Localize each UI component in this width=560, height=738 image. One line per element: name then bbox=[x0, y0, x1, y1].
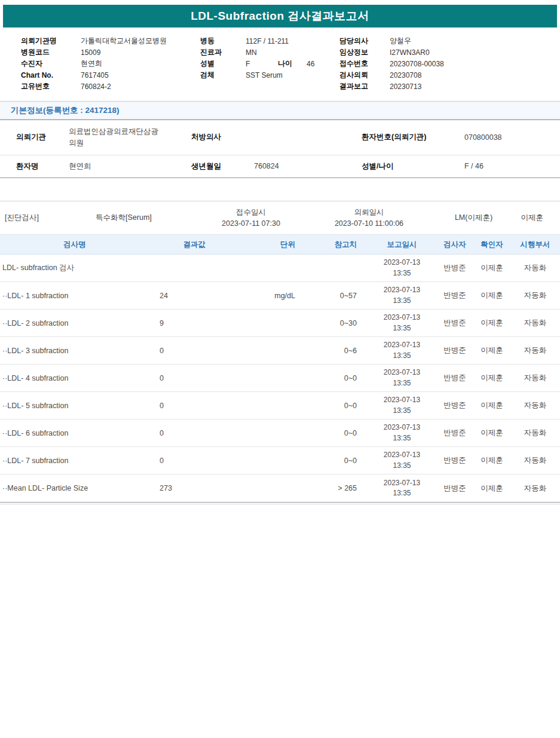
confirmer: 이제훈 bbox=[473, 392, 510, 419]
col-header-unit: 단위 bbox=[239, 235, 311, 255]
examinee-value: 현연희 bbox=[81, 59, 102, 69]
report-date: 2023-07-13 bbox=[368, 395, 436, 405]
age-value: 46 bbox=[307, 60, 314, 68]
clinical-info-value: I27WN3AR0 bbox=[390, 48, 430, 57]
examinee-label: 수진자 bbox=[21, 59, 81, 69]
result-report-date-label: 결과보고 bbox=[339, 81, 390, 91]
result-value: 0 bbox=[149, 392, 239, 419]
col-header-reference: 참고치 bbox=[311, 235, 368, 255]
patient-header: 의뢰기관명 가톨릭대학교서울성모병원 병원코드 15009 수진자 현연희 Ch… bbox=[0, 27, 560, 96]
field-row: 검체 SST Serum bbox=[200, 69, 339, 81]
reference-range: 0~0 bbox=[311, 447, 368, 474]
reference-range bbox=[311, 255, 368, 282]
sex-age-value: F / 46 bbox=[448, 155, 560, 177]
request-datetime-value: 2023-07-10 11:00:06 bbox=[308, 218, 430, 229]
result-row: ··LDL- 6 subfraction 0 0~0 2023-07-1313:… bbox=[0, 419, 560, 447]
field-row: 병동 112F / 11-211 bbox=[200, 35, 339, 47]
requesting-org-value: 가톨릭대학교서울성모병원 bbox=[81, 36, 167, 46]
results-table-header: 검사명 결과값 단위 참고치 보고일시 검사자 확인자 시행부서 bbox=[0, 235, 560, 255]
receipt-datetime-value: 2023-07-11 07:30 bbox=[194, 218, 308, 229]
patient-header-right-column: 담당의사 양철우 임상정보 I27WN3AR0 접수번호 20230708-00… bbox=[339, 35, 560, 92]
report-time: 13:35 bbox=[368, 268, 436, 278]
department-value: MN bbox=[246, 48, 257, 57]
report-date: 2023-07-13 bbox=[368, 285, 436, 295]
reference-range: > 265 bbox=[311, 474, 368, 502]
tester: 반병준 bbox=[436, 365, 473, 392]
patient-no-label: 환자번호(의뢰기관) bbox=[345, 120, 448, 155]
patient-header-left-column: 의뢰기관명 가톨릭대학교서울성모병원 병원코드 15009 수진자 현연희 Ch… bbox=[21, 35, 200, 92]
basic-info-section-header: 기본정보(등록번호 : 2417218) bbox=[0, 101, 560, 120]
lab-doctor: LM(이제훈) bbox=[430, 213, 517, 223]
result-row: ··LDL- 2 subfraction 9 0~30 2023-07-1313… bbox=[0, 310, 560, 337]
result-value: 24 bbox=[149, 282, 239, 310]
tester: 반병준 bbox=[436, 337, 473, 365]
exam-specimen-type: 특수화학[Serum] bbox=[96, 213, 194, 223]
result-row: ··LDL- 4 subfraction 0 0~0 2023-07-1313:… bbox=[0, 365, 560, 392]
patient-name-value: 현연희 bbox=[53, 155, 175, 177]
test-name: ··LDL- 4 subfraction bbox=[0, 365, 149, 392]
report-time: 13:35 bbox=[368, 351, 436, 361]
department: 자동화 bbox=[510, 337, 560, 365]
report-datetime: 2023-07-1313:35 bbox=[368, 310, 436, 337]
result-row: ··LDL- 1 subfraction 24 mg/dL 0~57 2023-… bbox=[0, 282, 560, 310]
col-header-report-datetime: 보고일시 bbox=[368, 235, 436, 255]
tester: 반병준 bbox=[436, 255, 473, 282]
patient-no-value: 070800038 bbox=[448, 120, 560, 155]
result-value: 0 bbox=[149, 447, 239, 474]
report-title-bar: LDL-Subfraction 검사결과보고서 bbox=[3, 5, 557, 27]
field-row: 의뢰기관명 가톨릭대학교서울성모병원 bbox=[21, 35, 200, 47]
reference-range: 0~57 bbox=[311, 282, 368, 310]
result-value: 9 bbox=[149, 310, 239, 337]
department: 자동화 bbox=[510, 310, 560, 337]
tester: 반병준 bbox=[436, 392, 473, 419]
test-name: ··LDL- 7 subfraction bbox=[0, 447, 149, 474]
report-date: 2023-07-13 bbox=[368, 340, 436, 350]
receipt-datetime: 접수일시 2023-07-11 07:30 bbox=[194, 207, 308, 230]
field-row: 수진자 현연희 bbox=[21, 58, 200, 69]
report-time: 13:35 bbox=[368, 461, 436, 471]
hospital-code-label: 병원코드 bbox=[21, 47, 81, 57]
patient-name-label: 환자명 bbox=[0, 155, 53, 177]
test-name: ··LDL- 6 subfraction bbox=[0, 419, 149, 447]
exam-meta-row: [진단검사] 특수화학[Serum] 접수일시 2023-07-11 07:30… bbox=[0, 201, 560, 235]
unit bbox=[239, 419, 311, 447]
report-date: 2023-07-13 bbox=[368, 368, 436, 378]
prescribing-doctor-label: 처방의사 bbox=[175, 120, 238, 155]
test-request-date-label: 검사의뢰 bbox=[339, 70, 390, 80]
report-datetime: 2023-07-1313:35 bbox=[368, 419, 436, 447]
report-datetime: 2023-07-1313:35 bbox=[368, 447, 436, 474]
test-name: ··LDL- 3 subfraction bbox=[0, 337, 149, 365]
sex-label: 성별 bbox=[200, 59, 246, 69]
field-row: 접수번호 20230708-00038 bbox=[339, 58, 560, 69]
col-header-confirmer: 확인자 bbox=[473, 235, 510, 255]
department: 자동화 bbox=[510, 419, 560, 447]
department: 자동화 bbox=[510, 282, 560, 310]
confirmer: 이제훈 bbox=[473, 255, 510, 282]
field-row: Chart No. 7617405 bbox=[21, 69, 200, 81]
clinical-info-label: 임상정보 bbox=[339, 47, 390, 57]
reader-name: 이제훈 bbox=[517, 213, 560, 223]
unit: mg/dL bbox=[239, 282, 311, 310]
report-time: 13:35 bbox=[368, 406, 436, 416]
unit bbox=[239, 392, 311, 419]
department: 자동화 bbox=[510, 255, 560, 282]
attending-doctor-label: 담당의사 bbox=[339, 36, 390, 46]
attending-doctor-value: 양철우 bbox=[390, 36, 411, 46]
report-time: 13:35 bbox=[368, 488, 436, 498]
report-date: 2023-07-13 bbox=[368, 258, 436, 268]
result-row: ··Mean LDL- Particle Size 273 > 265 2023… bbox=[0, 474, 560, 502]
report-time: 13:35 bbox=[368, 296, 436, 306]
request-datetime-label: 의뢰일시 bbox=[308, 207, 430, 218]
confirmer: 이제훈 bbox=[473, 447, 510, 474]
basic-info-table: 의뢰기관 의료법인삼광의료재단삼광의원 처방의사 환자번호(의뢰기관) 0708… bbox=[0, 120, 560, 178]
report-datetime: 2023-07-1313:35 bbox=[368, 255, 436, 282]
sex-value: F bbox=[246, 60, 278, 68]
field-row: 고유번호 760824-2 bbox=[21, 81, 200, 92]
specimen-value: SST Serum bbox=[246, 71, 283, 79]
department: 자동화 bbox=[510, 365, 560, 392]
unit bbox=[239, 365, 311, 392]
test-name: ··LDL- 2 subfraction bbox=[0, 310, 149, 337]
result-row: LDL- subfraction 검사 2023-07-1313:35 반병준 … bbox=[0, 255, 560, 282]
result-row: ··LDL- 7 subfraction 0 0~0 2023-07-1313:… bbox=[0, 447, 560, 474]
unique-no-label: 고유번호 bbox=[21, 81, 81, 91]
